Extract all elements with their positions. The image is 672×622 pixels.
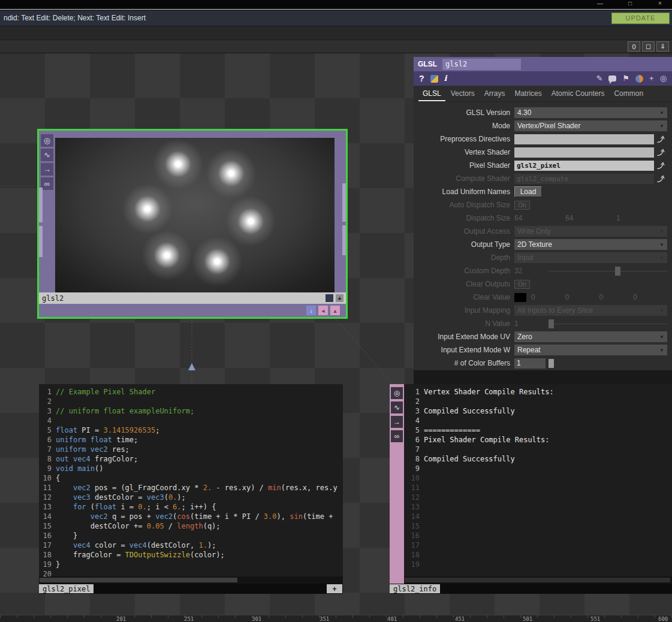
maximize-icon[interactable]: □ bbox=[625, 0, 635, 7]
input-connector[interactable] bbox=[39, 226, 43, 257]
tab-glsl[interactable]: GLSL bbox=[418, 87, 445, 101]
edit-icon[interactable]: ✎ bbox=[596, 74, 603, 83]
target-icon[interactable]: ◎ bbox=[660, 74, 667, 83]
dropdown-input-extend-mode-w[interactable]: Repeat▼ bbox=[514, 345, 667, 355]
tab-matrices[interactable]: Matrices bbox=[510, 87, 546, 101]
line-number: 19 bbox=[404, 560, 420, 569]
slider-handle[interactable] bbox=[549, 359, 554, 368]
param-label-n-value: N Value bbox=[414, 319, 514, 328]
bypass-flag-icon[interactable]: → bbox=[41, 163, 53, 176]
viewer-flag-icon[interactable]: ◎ bbox=[391, 387, 403, 399]
param-label-input-extend-mode-w: Input Extend Mode W bbox=[414, 346, 514, 354]
viewer-flag-icon[interactable]: ◎ bbox=[41, 134, 53, 147]
add-page-icon[interactable]: + bbox=[649, 74, 654, 83]
param-number-1: 64 bbox=[565, 214, 616, 222]
collapse-panel-icon[interactable]: ⇓ bbox=[656, 41, 669, 52]
link-flag-icon[interactable]: ∞ bbox=[41, 177, 53, 190]
flag-icon[interactable]: ⚑ bbox=[622, 74, 629, 83]
param-label-output-type: Output Type bbox=[414, 240, 514, 249]
line-number: 15 bbox=[404, 521, 420, 531]
dat-add-icon[interactable]: + bbox=[327, 584, 342, 593]
info-icon[interactable]: i bbox=[444, 74, 447, 83]
minimize-icon[interactable]: — bbox=[595, 0, 605, 7]
update-button[interactable]: UPDATE bbox=[611, 13, 670, 24]
chevron-down-icon: ▼ bbox=[659, 123, 664, 129]
node-add-icon[interactable]: + bbox=[336, 294, 343, 302]
field-of-color-buffers[interactable]: 1 bbox=[514, 358, 546, 369]
chevron-down-icon: ▼ bbox=[659, 229, 664, 234]
dat-picker-icon[interactable] bbox=[654, 134, 667, 144]
wire-flag-icon[interactable]: ∿ bbox=[41, 149, 53, 161]
dat-picker-icon[interactable] bbox=[654, 147, 667, 157]
info-line-12: 12 bbox=[404, 493, 672, 502]
tab-arrays[interactable]: Arrays bbox=[480, 87, 510, 101]
param-value-depth: Input▼ bbox=[514, 251, 667, 264]
dropdown-input-extend-mode-uv[interactable]: Zero▼ bbox=[514, 331, 667, 342]
dropdown-value: Vertex/Pixel Shader bbox=[517, 122, 580, 130]
tab-common[interactable]: Common bbox=[610, 87, 647, 101]
param-rows: GLSL Version4.30▼ModeVertex/Pixel Shader… bbox=[414, 102, 672, 370]
nav-back-icon[interactable]: ◂ bbox=[318, 306, 328, 315]
dat-glsl2-pixel[interactable]: 1// Example Pixel Shader23// uniform flo… bbox=[39, 384, 343, 594]
dat-name-label[interactable]: glsl2_info bbox=[390, 584, 440, 593]
palette-icon[interactable] bbox=[635, 75, 643, 83]
dropdown-glsl-version[interactable]: 4.30▼ bbox=[514, 107, 667, 118]
param-label-of-color-buffers: # of Color Buffers bbox=[414, 359, 514, 367]
line-number: 17 bbox=[404, 541, 420, 550]
param-value-custom-depth: 32 bbox=[514, 264, 667, 277]
input-connector[interactable] bbox=[39, 188, 43, 222]
wire-flag-icon[interactable]: ∿ bbox=[391, 401, 403, 413]
scrollbar-handle[interactable] bbox=[40, 578, 237, 582]
operator-name-field[interactable]: glsl2 bbox=[442, 59, 521, 70]
field-preprocess-directives[interactable] bbox=[514, 134, 654, 144]
dat-picker-icon[interactable] bbox=[654, 161, 667, 170]
param-row-clear-outputs: Clear OutputsOn bbox=[414, 277, 672, 291]
info-lines[interactable]: 1Vertex Shader Compile Results:23Compile… bbox=[404, 384, 672, 576]
node-name-label[interactable]: glsl2 bbox=[39, 294, 326, 303]
help-icon[interactable]: ? bbox=[419, 74, 424, 83]
code-lines[interactable]: 1// Example Pixel Shader23// uniform flo… bbox=[39, 384, 343, 576]
code-line-1: 1// Example Pixel Shader bbox=[39, 387, 343, 397]
link-flag-icon[interactable]: ∞ bbox=[391, 430, 403, 442]
scrollbar-handle[interactable] bbox=[405, 578, 670, 582]
code-line-12: 12 vec3 destColor = vec3(0.); bbox=[39, 493, 343, 502]
grid-view-icon[interactable]: ◻ bbox=[642, 41, 655, 52]
dat-name-label[interactable]: glsl2_pixel bbox=[39, 584, 94, 593]
comment-icon[interactable] bbox=[608, 76, 616, 81]
dock-down-icon[interactable]: ↓ bbox=[306, 306, 316, 315]
param-value-n-value: 1 bbox=[514, 317, 667, 330]
close-icon[interactable]: × bbox=[655, 0, 665, 7]
output-connector[interactable] bbox=[342, 225, 346, 255]
line-number: 4 bbox=[39, 416, 52, 425]
line-number: 10 bbox=[39, 473, 52, 483]
line-number: 1 bbox=[39, 387, 52, 397]
info-text: Compiled Successfully bbox=[424, 407, 515, 415]
field-vertex-shader[interactable] bbox=[514, 147, 654, 158]
nav-up-icon[interactable]: ▴ bbox=[330, 306, 340, 315]
button-load[interactable]: Load bbox=[514, 186, 542, 197]
param-row-pixel-shader: Pixel Shaderglsl2_pixel bbox=[414, 159, 672, 172]
zero-button[interactable]: 0 bbox=[628, 41, 640, 52]
node-glsl2[interactable]: ◎∿→∞ glsl2 + ↓ ◂ ▴ bbox=[37, 129, 348, 319]
param-value-mode: Vertex/Pixel Shader▼ bbox=[514, 119, 667, 132]
dat-picker-icon[interactable] bbox=[654, 174, 667, 183]
bypass-flag-icon[interactable]: → bbox=[391, 416, 403, 428]
param-label-mode: Mode bbox=[414, 122, 514, 130]
tab-atomic-counters[interactable]: Atomic Counters bbox=[547, 87, 609, 101]
field-pixel-shader[interactable]: glsl2_pixel bbox=[514, 161, 654, 171]
code-line-4: 4 bbox=[39, 416, 343, 425]
chevron-down-icon: ▼ bbox=[659, 308, 664, 313]
node-display-toggle[interactable] bbox=[326, 294, 333, 302]
tab-vectors[interactable]: Vectors bbox=[447, 87, 479, 101]
dropdown-value: Input bbox=[517, 253, 534, 262]
dropdown-output-type[interactable]: 2D Texture▼ bbox=[514, 239, 667, 250]
node-viewer-image[interactable] bbox=[55, 138, 335, 292]
python-language-icon[interactable] bbox=[430, 75, 438, 83]
dat-glsl2-info[interactable]: ◎∿→∞ 1Vertex Shader Compile Results:23Co… bbox=[390, 384, 672, 594]
field-compute-shader: glsl2_compute bbox=[514, 174, 654, 184]
output-connector[interactable] bbox=[342, 183, 346, 222]
dropdown-mode[interactable]: Vertex/Pixel Shader▼ bbox=[514, 120, 667, 131]
param-row-output-access: Output AccessWrite Only▼ bbox=[414, 225, 672, 238]
code-line-17: 17 vec4 color = vec4(destColor, 1.); bbox=[39, 541, 343, 550]
dropdown-value: Repeat bbox=[517, 346, 541, 354]
